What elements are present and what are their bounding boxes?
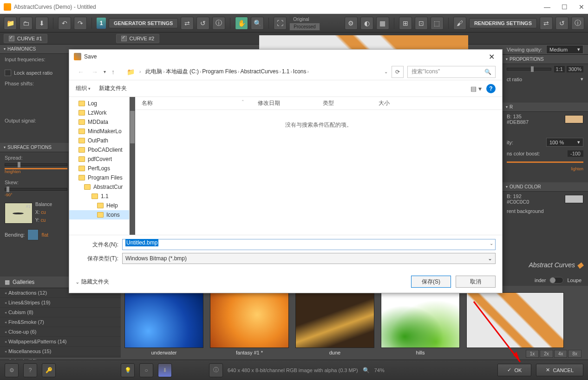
tree-folder-item[interactable]: MDData	[69, 117, 129, 127]
tree-folder-item[interactable]: PboCADclient	[69, 145, 129, 155]
surface-options-header[interactable]: SURFACE OPTIONS	[0, 143, 72, 152]
zoom-2x[interactable]: 2x	[540, 350, 553, 358]
key-icon[interactable]: 🔑	[42, 363, 56, 377]
checkbox-icon[interactable]	[9, 36, 14, 41]
bulb-off-icon[interactable]: ○	[139, 363, 153, 377]
toggle-icon[interactable]: ⇄	[540, 17, 553, 30]
settings-gear-icon[interactable]: ⚙	[5, 363, 19, 377]
pan-tool[interactable]: ✋	[235, 17, 248, 30]
tree-folder-item[interactable]: pdfCovert	[69, 155, 129, 164]
redo-button[interactable]: ↷	[74, 17, 87, 30]
fit-icon[interactable]: ⛶	[274, 17, 287, 30]
tree-folder-item[interactable]: Program Files	[69, 173, 129, 182]
tree-folder-item[interactable]: OutPath	[69, 136, 129, 145]
cancel-button[interactable]: ✕CANCEL	[536, 364, 583, 376]
undo-button[interactable]: ↶	[58, 17, 71, 30]
tool-icon[interactable]: ◐	[360, 17, 373, 30]
tree-folder-item[interactable]: 1.1	[69, 192, 129, 201]
bulb-icon[interactable]: 💡	[121, 363, 135, 377]
dialog-save-button[interactable]: 保存(S)	[411, 276, 451, 288]
toggle-icon[interactable]: ⇄	[181, 17, 194, 30]
open-button[interactable]: 📁	[4, 17, 17, 30]
gallery-category-item[interactable]: Miscellaneous (15)	[0, 347, 121, 356]
gallery-thumb[interactable]	[466, 292, 564, 357]
tab-processed[interactable]: Processed	[289, 23, 320, 31]
breadcrumb-segment[interactable]: 此电脑	[145, 68, 162, 75]
folder-tree[interactable]: LogLzWorkMDDataMindMakerLoOutPathPboCADc…	[69, 97, 130, 235]
zoom-8x[interactable]: 8x	[568, 350, 581, 358]
info-icon[interactable]: ⓘ	[212, 17, 225, 30]
gallery-category-item[interactable]: Wallpapers&Patterns (14)	[0, 337, 121, 347]
zoom-4x[interactable]: 4x	[554, 350, 568, 358]
help-icon[interactable]: ?	[23, 363, 37, 377]
search-input[interactable]: 搜索"Icons" 🔍	[407, 66, 496, 78]
reset-icon[interactable]: ↺	[196, 17, 209, 30]
opacity-combo[interactable]: 100 %▾	[546, 138, 583, 147]
tool-icon[interactable]: ⊞	[399, 17, 412, 30]
column-size[interactable]: 大小	[372, 99, 418, 107]
nav-forward-icon[interactable]: →	[90, 68, 100, 76]
breadcrumb-segment[interactable]: 1.1	[282, 68, 290, 75]
reset-icon[interactable]: ↺	[555, 17, 568, 30]
tool-icon[interactable]: ⬚	[431, 17, 444, 30]
column-name[interactable]: 名称⌃	[135, 99, 251, 107]
minimize-button[interactable]: —	[544, 3, 550, 11]
maximize-button[interactable]: ☐	[562, 3, 568, 11]
new-folder-button[interactable]: 新建文件夹	[99, 84, 127, 92]
filetype-combo[interactable]: Windows Bitmap (*.bmp) ⌄	[122, 253, 496, 264]
tool-icon[interactable]: ⊡	[415, 17, 428, 30]
folder-button[interactable]: 🗀	[20, 17, 33, 30]
path-dropdown-icon[interactable]: ⌄	[384, 69, 388, 74]
organize-dropdown[interactable]: 组织	[76, 84, 91, 92]
hide-folders-toggle[interactable]: 隐藏文件夹	[76, 278, 109, 286]
rendering-settings-section[interactable]: RENDERING SETTINGS	[469, 18, 537, 28]
tree-folder-item[interactable]: Log	[69, 99, 129, 108]
checkbox-icon[interactable]	[5, 70, 11, 76]
save-button[interactable]: ⬇	[35, 17, 48, 30]
gallery-thumb[interactable]: underwater	[124, 292, 203, 357]
spread-slider[interactable]	[5, 163, 67, 166]
breadcrumb-segment[interactable]: Program Files	[202, 68, 237, 75]
view-options-dropdown[interactable]: ▤ ▾	[470, 85, 482, 92]
tool-icon[interactable]: ▦	[376, 17, 389, 30]
breadcrumb-segment[interactable]: 本地磁盘 (C:)	[166, 68, 199, 75]
viewing-quality-combo[interactable]: Medium▾	[546, 45, 583, 54]
refresh-button[interactable]: ⟳	[392, 66, 404, 78]
ok-button[interactable]: ✓OK	[497, 364, 531, 376]
gallery-category-item[interactable]: Cubism (8)	[0, 308, 121, 317]
curve-tab-2[interactable]: CURVE #2	[116, 34, 160, 43]
column-type[interactable]: 类型	[316, 99, 372, 107]
gallery-category-item[interactable]: Lines&Stripes (19)	[0, 298, 121, 308]
zoom-tool[interactable]: 🔍	[251, 17, 264, 30]
gallery-thumb[interactable]: dune	[295, 292, 374, 357]
tree-folder-item[interactable]: AbstractCur	[69, 182, 129, 192]
generator-settings-section[interactable]: GENERATOR SETTINGS	[109, 18, 178, 28]
ratio-slider[interactable]	[507, 68, 551, 71]
harmonics-header[interactable]: HARMONICS	[0, 45, 72, 54]
column-date[interactable]: 修改日期	[251, 99, 316, 107]
color-swatch-1[interactable]	[565, 115, 583, 123]
tool-icon[interactable]: ⚙	[345, 17, 358, 30]
nav-recent-dropdown[interactable]: ▾	[104, 69, 106, 74]
nav-up-icon[interactable]: ↑	[110, 68, 117, 76]
gallery-category-item[interactable]: Close-up (6)	[0, 327, 121, 337]
breadcrumb-segment[interactable]: AbstractCurves	[240, 68, 278, 75]
gallery-category-item[interactable]: Fire&Smoke (7)	[0, 317, 121, 327]
bg-color-header[interactable]: OUND COLOR	[502, 182, 588, 192]
tree-folder-item[interactable]: Icons	[69, 210, 129, 219]
curve-tab-1[interactable]: CURVE #1	[4, 34, 47, 43]
gallery-thumb[interactable]: fantasy #1 *	[210, 292, 289, 357]
help-button[interactable]: ?	[486, 84, 496, 93]
zoom-1x[interactable]: 1x	[526, 350, 539, 358]
filename-input[interactable]: Untitled.bmp ⌄	[122, 239, 496, 250]
nav-back-icon[interactable]: ←	[76, 68, 86, 76]
tree-folder-item[interactable]: LzWork	[69, 108, 129, 117]
brush-icon[interactable]: 🖌	[453, 17, 466, 30]
info-icon[interactable]: ⓘ	[209, 363, 223, 377]
gallery-thumb[interactable]: hills	[381, 292, 460, 357]
dialog-cancel-button[interactable]: 取消	[456, 276, 496, 288]
download-icon[interactable]: ⬇	[158, 363, 172, 377]
color-header[interactable]: R	[502, 103, 588, 112]
tree-folder-item[interactable]: PerfLogs	[69, 164, 129, 173]
color-swatch-2[interactable]	[565, 195, 583, 203]
